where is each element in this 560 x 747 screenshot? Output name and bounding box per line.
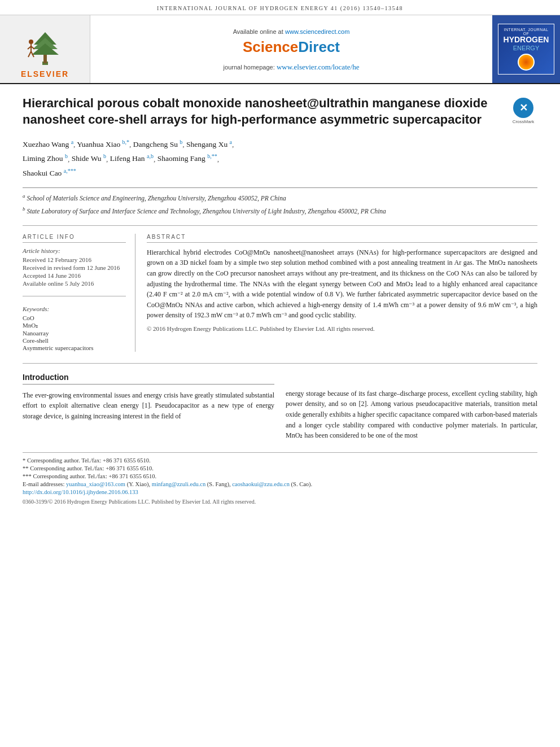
crossmark-circle[interactable]: ✕: [513, 98, 533, 118]
history-label: Article history:: [23, 247, 126, 254]
author-7: Lifeng Han a,b: [110, 154, 154, 163]
journal-badge-area: Internat. Journal of HYDROGEN ENERGY: [492, 15, 560, 83]
email-2-link[interactable]: minfang@zzuli.edu.cn: [152, 481, 205, 487]
elsevier-logo-area: ELSEVIER: [0, 15, 90, 83]
author-2: Yuanhua Xiao b,*: [77, 140, 129, 148]
article-info-abstract: Article Info Article history: Received 1…: [23, 225, 537, 352]
title-area: Hierarchical porous cobalt monoxide nano…: [23, 95, 537, 128]
journal-name: International Journal of Hydrogen Energy…: [157, 5, 403, 11]
received-revised: Received in revised form 12 June 2016: [23, 264, 126, 271]
keyword-4: Core-shell: [23, 337, 126, 344]
journal-badge: Internat. Journal of HYDROGEN ENERGY: [498, 24, 554, 75]
article-info-column: Article Info Article history: Received 1…: [23, 234, 135, 352]
article-history: Article history: Received 12 February 20…: [23, 247, 126, 287]
email-addresses: E-mail addresses: yuanhua_xiao@163.com (…: [23, 481, 537, 487]
journal-homepage-link[interactable]: www.elsevier.com/locate/he: [277, 63, 359, 71]
elsevier-tree-icon: [23, 28, 68, 67]
affiliations: a School of Materials Science and Engine…: [23, 187, 537, 216]
introduction-right-text: energy storage because of its fast charg…: [286, 388, 537, 441]
issn-copyright: 0360-3199/© 2016 Hydrogen Energy Publica…: [23, 499, 537, 505]
crossmark-badge: ✕ CrossMark: [509, 98, 537, 124]
svg-line-9: [28, 51, 31, 57]
sciencedirect-brand: ScienceDirect: [243, 38, 340, 56]
footer-notes: * Corresponding author. Tel./fax: +86 37…: [23, 452, 537, 505]
email-1-link[interactable]: yuanhua_xiao@163.com: [66, 481, 125, 487]
info-divider: [23, 296, 126, 296]
corresponding-1: * Corresponding author. Tel./fax: +86 37…: [23, 457, 537, 464]
email-3-name: (S. Cao).: [291, 481, 313, 487]
article-title: Hierarchical porous cobalt monoxide nano…: [23, 95, 498, 128]
introduction-left: Introduction The ever-growing environmen…: [23, 373, 274, 441]
author-3: Dangcheng Su b: [133, 140, 182, 148]
author-5: Liming Zhou b: [23, 154, 68, 163]
keywords-label: Keywords:: [23, 305, 126, 312]
introduction-section: Introduction The ever-growing environmen…: [23, 373, 537, 441]
badge-globe-icon: [518, 54, 535, 71]
introduction-heading: Introduction: [23, 373, 274, 385]
crossmark-label: CrossMark: [513, 119, 535, 124]
introduction-right: energy storage because of its fast charg…: [286, 373, 537, 441]
abstract-heading: Abstract: [147, 234, 537, 243]
keyword-1: CoO: [23, 314, 126, 321]
corresponding-2: ** Corresponding author. Tel./fax: +86 3…: [23, 465, 537, 471]
received-date: Received 12 February 2016: [23, 256, 126, 263]
keywords-section: Keywords: CoO MnO₂ Nanoarray Core-shell …: [23, 305, 126, 351]
introduction-left-text: The ever-growing environmental issues an…: [23, 390, 274, 422]
sd-url-link[interactable]: www.sciencedirect.com: [285, 28, 349, 35]
corresponding-3: *** Corresponding author. Tel./fax: +86 …: [23, 473, 537, 479]
accepted-date: Accepted 14 June 2016: [23, 272, 126, 279]
elsevier-brand-text: ELSEVIER: [21, 69, 69, 78]
svg-point-5: [29, 40, 33, 44]
elsevier-logo: ELSEVIER: [21, 28, 69, 78]
top-bar: International Journal of Hydrogen Energy…: [0, 0, 560, 15]
section-divider: [23, 363, 537, 364]
author-1: Xuezhao Wang a: [23, 140, 73, 148]
affiliation-b: b State Laboratory of Surface and Interf…: [23, 206, 537, 216]
keyword-2: MnO₂: [23, 322, 126, 329]
crossmark-icon: ✕: [519, 102, 528, 114]
header-center: Available online at www.sciencedirect.co…: [90, 15, 492, 83]
abstract-text: Hierarchical hybrid electrodes CoO@MnO₂ …: [147, 247, 537, 321]
journal-homepage-line: journal homepage: www.elsevier.com/locat…: [224, 63, 360, 72]
author-6: Shide Wu b: [72, 154, 106, 163]
keyword-5: Asymmetric supercapacitors: [23, 344, 126, 351]
main-content: Hierarchical porous cobalt monoxide nano…: [0, 84, 560, 516]
doi-link[interactable]: http://dx.doi.org/10.1016/j.ijhydene.201…: [23, 489, 138, 495]
available-online-text: Available online at www.sciencedirect.co…: [233, 27, 350, 36]
affiliation-a: a School of Materials Science and Engine…: [23, 193, 537, 203]
abstract-column: Abstract Hierarchical hybrid electrodes …: [147, 234, 537, 352]
email-2-name: (S. Fang),: [207, 481, 231, 487]
abstract-copyright: © 2016 Hydrogen Energy Publications LLC.…: [147, 325, 537, 332]
author-9: Shaokui Cao a,***: [23, 169, 76, 177]
badge-intl-text: Internat. Journal of: [501, 28, 552, 36]
doi-line: http://dx.doi.org/10.1016/j.ijhydene.201…: [23, 489, 537, 495]
article-info-heading: Article Info: [23, 234, 126, 243]
available-date: Available online 5 July 2016: [23, 280, 126, 287]
header-area: ELSEVIER Available online at www.science…: [0, 15, 560, 84]
email-1-name: (Y. Xiao),: [127, 481, 151, 487]
author-8: Shaoming Fang b,**: [158, 154, 217, 163]
authors-list: Xuezhao Wang a, Yuanhua Xiao b,*, Dangch…: [23, 137, 537, 180]
email-3-link[interactable]: caoshaokui@zzu.edu.cn: [232, 481, 290, 487]
badge-energy-text: ENERGY: [513, 45, 539, 51]
badge-hydrogen-text: HYDROGEN: [504, 36, 549, 44]
author-4: Shengang Xu a: [186, 140, 232, 148]
keyword-3: Nanoarray: [23, 330, 126, 337]
